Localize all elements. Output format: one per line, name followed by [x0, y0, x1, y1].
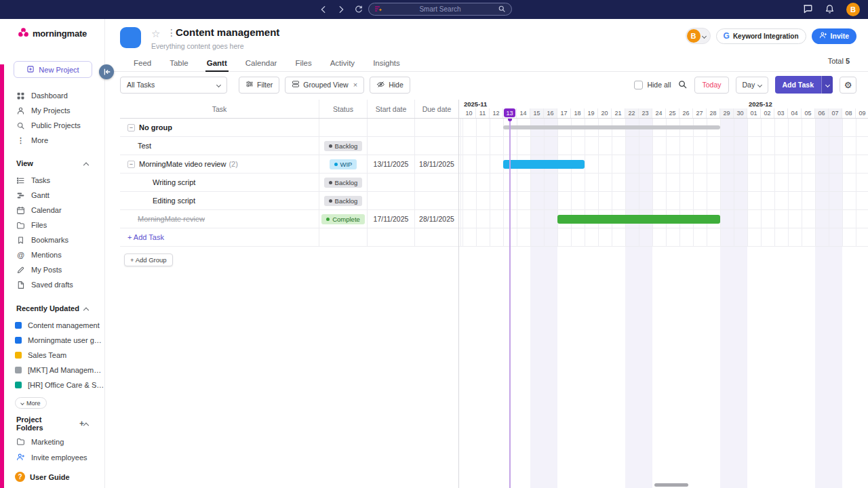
status-chip[interactable]: Backlog [324, 196, 363, 206]
back-icon[interactable] [319, 5, 328, 14]
recently-updated-header[interactable]: Recently Updated [0, 303, 104, 314]
sidebar-item-gantt[interactable]: Gantt [0, 188, 104, 203]
due-date-cell[interactable] [414, 192, 458, 209]
recent-project-content-management[interactable]: Content management [0, 318, 104, 333]
user-avatar[interactable]: B [846, 3, 860, 16]
task-collapse-toggle[interactable]: − [127, 161, 135, 168]
zoom-level-select[interactable]: Day [736, 77, 768, 94]
gantt-bar-complete[interactable] [557, 215, 720, 224]
search-icon[interactable] [498, 5, 506, 14]
smart-search-bar[interactable]: Smart Search [368, 3, 512, 16]
sidebar-item-mentions[interactable]: @ Mentions [0, 247, 104, 262]
group-collapse-toggle[interactable]: − [127, 124, 135, 131]
today-button[interactable]: Today [694, 77, 728, 94]
sidebar-collapse-button[interactable] [99, 64, 114, 79]
remove-grouped-view-icon[interactable]: × [353, 81, 357, 89]
start-date-cell[interactable]: 13/11/2025 [367, 155, 414, 173]
task-filter-select[interactable]: All Tasks [120, 77, 227, 94]
task-name[interactable]: MorningMate review [138, 215, 205, 223]
add-task-split-button[interactable]: Add Task [775, 76, 833, 94]
status-chip[interactable]: Backlog [324, 178, 363, 188]
task-name[interactable]: MorningMate video review [139, 160, 226, 168]
forward-icon[interactable] [336, 5, 346, 14]
favorite-star-icon[interactable]: ☆ [151, 28, 160, 39]
recent-more-button[interactable]: More [15, 397, 47, 409]
user-guide-button[interactable]: ? User Guide [15, 472, 70, 482]
hide-button[interactable]: Hide [370, 77, 410, 94]
tab-activity[interactable]: Activity [330, 54, 355, 71]
timeline-search-icon[interactable] [677, 79, 688, 91]
add-folder-icon[interactable]: + [79, 419, 84, 428]
recent-project-mkt-ad-management[interactable]: [MKT] Ad Management & ... [0, 363, 104, 378]
morningmate-logo[interactable]: morningmate [18, 27, 87, 40]
status-chip[interactable]: Backlog [324, 141, 363, 151]
due-date-cell[interactable] [414, 137, 458, 155]
status-chip[interactable]: Complete [321, 214, 365, 224]
sidebar-item-more[interactable]: ⋮ More [0, 133, 104, 148]
gantt-bar-wip[interactable] [503, 160, 585, 169]
sidebar-item-my-projects[interactable]: My Projects [0, 103, 104, 118]
timeline-day-cell: 29 [720, 108, 734, 118]
tab-calendar[interactable]: Calendar [245, 54, 277, 71]
section-title: View [16, 159, 33, 167]
sidebar-item-my-posts[interactable]: My Posts [0, 262, 104, 277]
sidebar-item-bookmarks[interactable]: Bookmarks [0, 232, 104, 247]
tab-feed[interactable]: Feed [134, 54, 151, 71]
section-title: Project Folders [16, 415, 70, 432]
tab-insights[interactable]: Insights [373, 54, 400, 71]
folder-item-marketing[interactable]: Marketing [0, 434, 104, 449]
view-section-header[interactable]: View [0, 158, 104, 169]
due-date-cell[interactable] [414, 174, 458, 191]
project-options-kebab-icon[interactable]: ⋮ [167, 28, 176, 37]
recent-project-sales-team[interactable]: Sales Team [0, 348, 104, 363]
tab-files[interactable]: Files [295, 54, 311, 71]
tab-table[interactable]: Table [170, 54, 189, 71]
sidebar-item-dashboard[interactable]: Dashboard [0, 88, 104, 103]
task-name[interactable]: Editing script [153, 197, 195, 205]
logo-flower-icon [18, 27, 29, 40]
start-date-cell[interactable] [367, 137, 414, 155]
total-value: 5 [846, 57, 850, 65]
notifications-bell-icon[interactable] [825, 4, 835, 16]
timeline-day-cell: 15 [530, 108, 544, 118]
status-cell [319, 119, 367, 136]
project-avatar[interactable] [120, 27, 141, 48]
invite-button[interactable]: Invite [812, 28, 856, 44]
grouped-view-chip[interactable]: Grouped View × [285, 77, 364, 94]
gantt-settings-button[interactable]: ⚙ [840, 77, 856, 94]
project-folders-list: Marketing Invite employees [0, 434, 104, 465]
status-chip[interactable]: WIP [330, 159, 357, 169]
hide-all-checkbox[interactable] [634, 81, 643, 89]
sidebar-item-files[interactable]: Files [0, 218, 104, 232]
add-task-link[interactable]: + Add Task [127, 233, 164, 241]
sidebar-item-calendar[interactable]: Calendar [0, 203, 104, 218]
recent-project-hr-office-care[interactable]: [HR] Office Care & Supplie... [0, 378, 104, 392]
tab-gantt[interactable]: Gantt [207, 54, 227, 71]
refresh-icon[interactable] [354, 5, 363, 14]
search-placeholder: Smart Search [387, 5, 494, 13]
sidebar-item-saved-drafts[interactable]: Saved drafts [0, 277, 104, 292]
folder-item-invite-employees[interactable]: Invite employees [0, 449, 104, 465]
hide-all-control[interactable]: Hide all [634, 81, 671, 89]
start-date-cell[interactable] [367, 174, 414, 191]
due-date-cell[interactable]: 28/11/2025 [414, 210, 458, 228]
start-date-cell[interactable]: 17/11/2025 [367, 210, 414, 228]
new-project-button[interactable]: New Project [14, 61, 92, 78]
sidebar-item-tasks[interactable]: Tasks [0, 173, 104, 188]
timeline-day-cell: 30 [734, 108, 747, 118]
recent-project-user-guide[interactable]: Morningmate user guide [0, 333, 104, 348]
start-date-cell[interactable] [367, 192, 414, 209]
filter-button[interactable]: Filter [239, 77, 279, 94]
chat-icon[interactable] [802, 3, 813, 16]
add-task-dropdown[interactable] [821, 76, 833, 94]
member-avatar-group[interactable]: B [686, 28, 711, 44]
horizontal-scrollbar-thumb[interactable] [654, 483, 688, 487]
keyword-integration-button[interactable]: G Keyword Integration [716, 28, 806, 44]
task-name[interactable]: Test [138, 142, 151, 150]
add-group-button[interactable]: + Add Group [124, 253, 173, 266]
project-folders-header[interactable]: Project Folders + [0, 418, 104, 429]
task-name[interactable]: Writing script [153, 178, 195, 186]
timeline-day-cell: 08 [842, 108, 856, 118]
due-date-cell[interactable]: 18/11/2025 [414, 155, 458, 173]
sidebar-item-public-projects[interactable]: Public Projects [0, 118, 104, 133]
